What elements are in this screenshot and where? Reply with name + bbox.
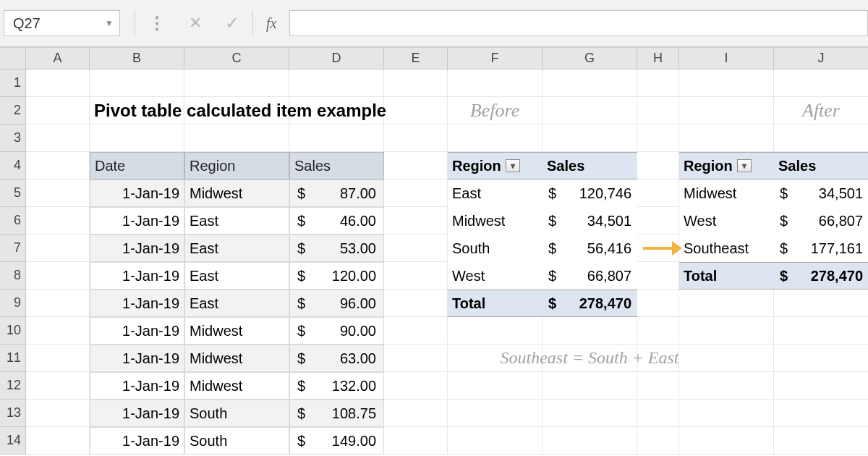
cell[interactable] bbox=[26, 372, 90, 400]
table-cell-date[interactable]: 1-Jan-19 bbox=[90, 207, 184, 235]
cell[interactable] bbox=[384, 427, 448, 455]
pivot-after-header-sales[interactable]: Sales bbox=[774, 152, 868, 180]
table-cell-date[interactable]: 1-Jan-19 bbox=[90, 180, 184, 207]
pivot-after-header-region[interactable]: Region ▾ bbox=[679, 152, 774, 180]
cell[interactable] bbox=[384, 372, 448, 400]
cell[interactable] bbox=[679, 317, 774, 345]
col-header-F[interactable]: F bbox=[448, 48, 542, 69]
pivot-value[interactable]: $66,807 bbox=[774, 207, 868, 235]
cell[interactable] bbox=[542, 427, 637, 455]
col-header-H[interactable]: H bbox=[637, 48, 679, 69]
pivot-row[interactable]: East bbox=[448, 180, 542, 207]
row-header-3[interactable]: 3 bbox=[0, 124, 26, 152]
cell[interactable] bbox=[637, 290, 679, 317]
row-header-10[interactable]: 10 bbox=[0, 317, 26, 345]
table-cell-sales[interactable]: $149.00 bbox=[289, 427, 384, 455]
row-header-8[interactable]: 8 bbox=[0, 262, 26, 290]
cell[interactable] bbox=[542, 317, 637, 345]
cell[interactable] bbox=[637, 207, 679, 235]
cell[interactable] bbox=[542, 69, 637, 97]
cell[interactable] bbox=[448, 427, 542, 455]
cell[interactable] bbox=[448, 69, 542, 97]
pivot-total-label[interactable]: Total bbox=[679, 262, 774, 290]
table-header-date[interactable]: Date bbox=[90, 152, 184, 180]
pivot-value[interactable]: $120,746 bbox=[542, 180, 637, 207]
cell[interactable] bbox=[679, 400, 774, 427]
table-cell-region[interactable]: East bbox=[184, 207, 289, 235]
row-header-9[interactable]: 9 bbox=[0, 290, 26, 317]
row-header-4[interactable]: 4 bbox=[0, 152, 26, 180]
cell[interactable] bbox=[26, 69, 90, 97]
table-cell-date[interactable]: 1-Jan-19 bbox=[90, 235, 184, 262]
cell[interactable] bbox=[26, 152, 90, 180]
pivot-value[interactable]: $56,416 bbox=[542, 235, 637, 262]
cell[interactable] bbox=[637, 372, 679, 400]
cell[interactable] bbox=[26, 180, 90, 207]
table-cell-sales[interactable]: $108.75 bbox=[289, 400, 384, 427]
pivot-value[interactable]: $34,501 bbox=[774, 180, 868, 207]
table-cell-region[interactable]: Midwest bbox=[184, 180, 289, 207]
cell[interactable] bbox=[637, 124, 679, 152]
cell[interactable] bbox=[448, 124, 542, 152]
cell[interactable] bbox=[384, 345, 448, 372]
table-cell-sales[interactable]: $132.00 bbox=[289, 372, 384, 400]
cell[interactable] bbox=[26, 207, 90, 235]
cell[interactable] bbox=[637, 400, 679, 427]
cell[interactable] bbox=[448, 372, 542, 400]
cell[interactable] bbox=[384, 317, 448, 345]
name-box[interactable]: Q27 ▼ bbox=[4, 10, 120, 36]
filter-icon[interactable]: ▾ bbox=[506, 159, 520, 172]
col-header-J[interactable]: J bbox=[774, 48, 868, 69]
cell[interactable] bbox=[384, 124, 448, 152]
cell[interactable] bbox=[774, 317, 868, 345]
select-all-corner[interactable] bbox=[0, 48, 26, 69]
pivot-row[interactable]: Midwest bbox=[679, 180, 774, 207]
cell[interactable] bbox=[774, 345, 868, 372]
row-header-7[interactable]: 7 bbox=[0, 235, 26, 262]
cell[interactable] bbox=[384, 207, 448, 235]
row-header-6[interactable]: 6 bbox=[0, 207, 26, 235]
cell[interactable] bbox=[679, 345, 774, 372]
pivot-value[interactable]: $177,161 bbox=[774, 235, 868, 262]
cell[interactable] bbox=[679, 97, 774, 124]
pivot-value[interactable]: $34,501 bbox=[542, 207, 637, 235]
cell[interactable] bbox=[384, 180, 448, 207]
pivot-value[interactable]: $66,807 bbox=[542, 262, 637, 290]
cell[interactable] bbox=[26, 124, 90, 152]
page-title[interactable]: Pivot table calculated item example bbox=[90, 97, 184, 124]
row-header-5[interactable]: 5 bbox=[0, 180, 26, 207]
cell[interactable] bbox=[637, 180, 679, 207]
col-header-I[interactable]: I bbox=[679, 48, 774, 69]
cancel-icon[interactable]: ✕ bbox=[189, 14, 202, 33]
pivot-row[interactable]: South bbox=[448, 235, 542, 262]
cell[interactable] bbox=[26, 290, 90, 317]
table-cell-sales[interactable]: $96.00 bbox=[289, 290, 384, 317]
table-cell-date[interactable]: 1-Jan-19 bbox=[90, 290, 184, 317]
cell[interactable] bbox=[384, 262, 448, 290]
pivot-total-value[interactable]: $278,470 bbox=[774, 262, 868, 290]
table-cell-sales[interactable]: $90.00 bbox=[289, 317, 384, 345]
chevron-down-icon[interactable]: ▼ bbox=[105, 18, 114, 28]
pivot-total-label[interactable]: Total bbox=[448, 290, 542, 317]
pivot-total-value[interactable]: $278,470 bbox=[542, 290, 637, 317]
table-cell-region[interactable]: East bbox=[184, 235, 289, 262]
cell[interactable] bbox=[679, 427, 774, 455]
cell[interactable] bbox=[384, 69, 448, 97]
cell[interactable] bbox=[90, 124, 184, 152]
cell[interactable] bbox=[26, 262, 90, 290]
cell[interactable] bbox=[637, 427, 679, 455]
cell[interactable] bbox=[384, 97, 448, 124]
table-cell-date[interactable]: 1-Jan-19 bbox=[90, 372, 184, 400]
enter-icon[interactable]: ✓ bbox=[225, 13, 239, 33]
spreadsheet-grid[interactable]: A B C D E F G H I J 1 2 Pivot table calc… bbox=[0, 48, 868, 455]
cell[interactable] bbox=[679, 372, 774, 400]
row-header-12[interactable]: 12 bbox=[0, 372, 26, 400]
formula-input[interactable] bbox=[289, 10, 868, 36]
col-header-G[interactable]: G bbox=[542, 48, 637, 69]
cell[interactable] bbox=[26, 400, 90, 427]
cell[interactable] bbox=[774, 290, 868, 317]
cell[interactable] bbox=[26, 345, 90, 372]
table-cell-region[interactable]: East bbox=[184, 262, 289, 290]
cell[interactable] bbox=[289, 124, 384, 152]
pivot-row[interactable]: West bbox=[679, 207, 774, 235]
